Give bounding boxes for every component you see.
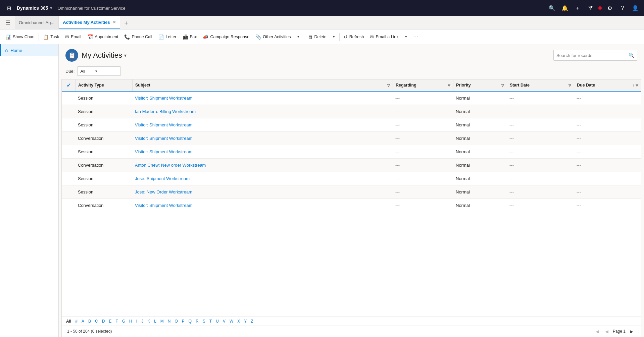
appointment-button[interactable]: 📅 Appointment (85, 32, 121, 42)
col-header-start-date[interactable]: Start Date ▽ (507, 79, 574, 91)
chart-icon: 📊 (5, 34, 11, 40)
prev-page-button[interactable]: ◀ (603, 327, 611, 335)
email-link-dropdown[interactable]: ▾ (402, 32, 410, 42)
alpha-item[interactable]: U (214, 318, 220, 324)
alpha-item[interactable]: P (180, 318, 186, 324)
show-chart-button[interactable]: 📊 Show Chart (3, 32, 37, 42)
col-header-regarding[interactable]: Regarding ▽ (393, 79, 453, 91)
fax-button[interactable]: 📠 Fax (180, 32, 200, 42)
alpha-item[interactable]: C (93, 318, 100, 324)
tab-omnichannel[interactable]: Omnichannel Ag... (15, 16, 59, 29)
new-record-icon[interactable]: ＋ (573, 3, 582, 13)
alpha-item[interactable]: T (208, 318, 213, 324)
alpha-item[interactable]: I (135, 318, 139, 324)
alpha-item[interactable]: R (194, 318, 200, 324)
other-activities-button[interactable]: 📎 Other Activities (253, 32, 293, 42)
search-nav-icon[interactable]: 🔍 (547, 3, 557, 13)
search-icon[interactable]: 🔍 (626, 53, 637, 58)
subject-filter-icon[interactable]: ▽ (387, 83, 390, 87)
filter-nav-icon[interactable]: ⧩ (586, 3, 595, 13)
first-page-button[interactable]: |◀ (593, 327, 601, 335)
sidebar: ⌂ Home (0, 44, 59, 337)
alpha-item[interactable]: X (236, 318, 242, 324)
row-subject[interactable]: Ian Madera: Billing Workstream (132, 109, 393, 114)
campaign-icon: 📣 (203, 34, 208, 40)
col-header-due-date[interactable]: Due Date ↑ ▽ (574, 79, 641, 91)
alpha-item[interactable]: V (221, 318, 227, 324)
page-label: Page 1 (613, 329, 626, 334)
row-start-date: --- (507, 109, 574, 114)
alpha-item[interactable]: J (140, 318, 145, 324)
other-activities-icon: 📎 (255, 34, 261, 40)
tab-activities[interactable]: Activities My Activities ✕ (59, 16, 120, 29)
regarding-filter-icon[interactable]: ▽ (448, 83, 450, 87)
alpha-item[interactable]: Y (242, 318, 248, 324)
app-title: Dynamics 365 ▾ (17, 5, 52, 11)
header-checkmark[interactable]: ✓ (66, 82, 71, 89)
alpha-item[interactable]: # (73, 318, 79, 324)
sidebar-item-home[interactable]: ⌂ Home (0, 44, 58, 56)
module-name: Omnichannel for Customer Service (57, 6, 125, 11)
alpha-item[interactable]: O (173, 318, 180, 324)
alpha-item[interactable]: S (201, 318, 207, 324)
row-subject[interactable]: Visitor: Shipment Workstream (132, 136, 393, 141)
letter-button[interactable]: 📄 Letter (156, 32, 179, 42)
next-page-button[interactable]: ▶ (628, 327, 636, 335)
alpha-item[interactable]: L (152, 318, 158, 324)
alpha-item[interactable]: Z (249, 318, 255, 324)
more-commands-button[interactable]: ··· (411, 33, 422, 41)
campaign-response-button[interactable]: 📣 Campaign Response (200, 32, 252, 42)
delete-button[interactable]: 🗑 Delete (305, 32, 329, 42)
notification-icon[interactable]: 🔔 (560, 3, 569, 13)
row-subject[interactable]: Visitor: Shipment Workstream (132, 203, 393, 208)
duedate-filter-icon[interactable]: ▽ (636, 83, 638, 87)
search-input[interactable] (554, 53, 626, 58)
email-button[interactable]: ✉ Email (62, 32, 84, 42)
col-header-subject[interactable]: Subject ▽ (132, 79, 393, 91)
alpha-item[interactable]: D (100, 318, 107, 324)
row-subject[interactable]: Visitor: Shipment Workstream (132, 96, 393, 101)
hamburger-menu[interactable]: ☰ (3, 17, 13, 28)
alpha-item[interactable]: A (80, 318, 86, 324)
row-activity-type: Conversation (75, 203, 132, 208)
settings-icon[interactable]: ⚙ (605, 3, 614, 13)
apps-icon[interactable]: ⊞ (4, 3, 13, 13)
alpha-item[interactable]: Q (187, 318, 193, 324)
main-title-icon: 📋 (65, 49, 78, 62)
alpha-item[interactable]: M (159, 318, 165, 324)
alpha-item[interactable]: W (228, 318, 235, 324)
alpha-item[interactable]: F (114, 318, 119, 324)
tab-bar: ☰ Omnichannel Ag... Activities My Activi… (0, 16, 644, 30)
alpha-item[interactable]: K (146, 318, 152, 324)
app-title-chevron[interactable]: ▾ (50, 6, 52, 10)
startdate-filter-icon[interactable]: ▽ (568, 83, 571, 87)
row-subject[interactable]: Visitor: Shipment Workstream (132, 122, 393, 127)
alpha-item[interactable]: All (64, 318, 73, 324)
fax-icon: 📠 (183, 34, 188, 40)
col-header-activity-type[interactable]: Activity Type (75, 79, 132, 91)
refresh-button[interactable]: ↺ Refresh (341, 32, 367, 42)
row-subject[interactable]: Jose: New Order Workstream (132, 189, 393, 194)
task-button[interactable]: 📋 Task (40, 32, 62, 42)
delete-dropdown[interactable]: ▾ (330, 32, 338, 42)
duedate-sort-icon[interactable]: ↑ (633, 83, 634, 87)
alpha-item[interactable]: G (120, 318, 127, 324)
email-link-button[interactable]: ✉ Email a Link (367, 32, 401, 42)
priority-filter-icon[interactable]: ▽ (501, 83, 504, 87)
alpha-item[interactable]: N (166, 318, 172, 324)
row-subject[interactable]: Visitor: Shipment Workstream (132, 149, 393, 154)
help-icon[interactable]: ? (618, 3, 627, 13)
alpha-item[interactable]: E (107, 318, 113, 324)
row-subject[interactable]: Jose: Shipment Workstream (132, 176, 393, 181)
phone-call-button[interactable]: 📞 Phone Call (121, 32, 155, 42)
new-tab-button[interactable]: ＋ (121, 18, 131, 27)
alpha-item[interactable]: B (87, 318, 93, 324)
other-activities-dropdown[interactable]: ▾ (294, 32, 302, 42)
due-filter-select[interactable]: All ▾ (77, 66, 121, 76)
col-header-priority[interactable]: Priority ▽ (453, 79, 507, 91)
alpha-item[interactable]: H (128, 318, 134, 324)
title-dropdown-icon[interactable]: ▾ (124, 53, 127, 58)
tab-close-icon[interactable]: ✕ (113, 20, 116, 24)
row-subject[interactable]: Anton Chew: New order Workstream (132, 163, 393, 168)
user-avatar[interactable]: 👤 (631, 3, 640, 13)
